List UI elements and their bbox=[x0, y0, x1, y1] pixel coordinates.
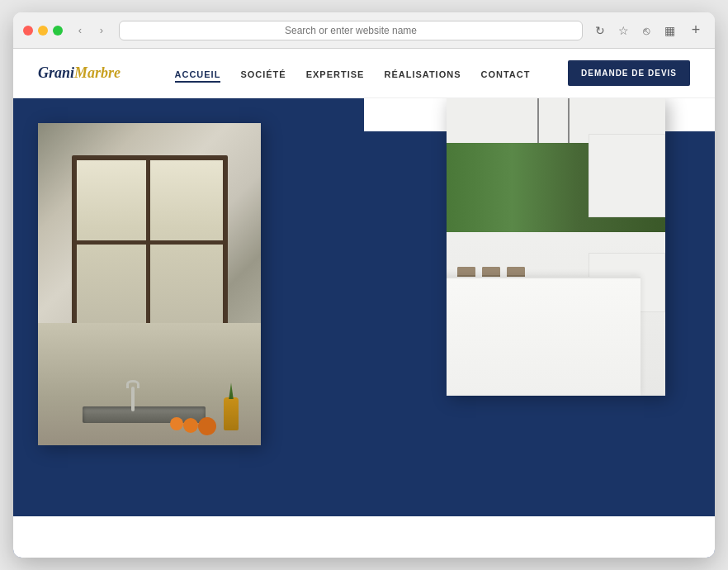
hero-image-left bbox=[38, 123, 261, 445]
navbar: GraniMarbre ACCUEIL SOCIÉTÉ EXPERTISE RÉ… bbox=[13, 49, 715, 98]
browser-actions: ↻ ☆ ⎋ ▦ bbox=[591, 21, 678, 40]
back-button[interactable]: ‹ bbox=[71, 21, 89, 40]
hero-images-container bbox=[13, 98, 715, 558]
fruit-orange-2 bbox=[198, 417, 216, 435]
fruit-pineapple bbox=[224, 397, 239, 430]
nav-item-expertise[interactable]: EXPERTISE bbox=[306, 66, 365, 81]
browser-chrome: ‹ › ↻ ☆ ⎋ ▦ + bbox=[13, 12, 715, 49]
hero-image-right bbox=[447, 98, 665, 396]
nav-item-realisations[interactable]: RÉALISATIONS bbox=[384, 66, 461, 81]
nav-item-accueil[interactable]: ACCUEIL bbox=[175, 66, 221, 81]
nav-item-societe[interactable]: SOCIÉTÉ bbox=[240, 66, 286, 81]
bookmark-button[interactable]: ☆ bbox=[614, 21, 632, 40]
kitchen-window bbox=[72, 155, 228, 333]
forward-button[interactable]: › bbox=[92, 21, 111, 40]
traffic-lights bbox=[23, 26, 63, 36]
nav-links: ACCUEIL SOCIÉTÉ EXPERTISE RÉALISATIONS C… bbox=[175, 66, 531, 81]
hero-section bbox=[13, 98, 715, 558]
fruit-orange-3 bbox=[170, 417, 183, 430]
devis-button[interactable]: DEMANDE DE DEVIS bbox=[568, 60, 690, 86]
kitchen-faucet bbox=[131, 387, 135, 411]
refresh-button[interactable]: ↻ bbox=[591, 21, 609, 40]
address-bar[interactable] bbox=[119, 21, 583, 40]
website-content: GraniMarbre ACCUEIL SOCIÉTÉ EXPERTISE RÉ… bbox=[13, 49, 715, 558]
fruit-orange-1 bbox=[183, 418, 198, 433]
browser-nav-buttons: ‹ › bbox=[71, 21, 111, 40]
share-button[interactable]: ⎋ bbox=[637, 21, 655, 40]
site-logo[interactable]: GraniMarbre bbox=[38, 64, 137, 82]
kitchen-counter bbox=[38, 323, 261, 445]
close-button[interactable] bbox=[23, 26, 33, 36]
browser-window: ‹ › ↻ ☆ ⎋ ▦ + GraniMarbre ACCUEIL SOCIÉT… bbox=[13, 12, 715, 558]
right-kitchen-scene bbox=[447, 98, 665, 396]
maximize-button[interactable] bbox=[53, 26, 63, 36]
new-tab-button[interactable]: + bbox=[687, 21, 705, 40]
minimize-button[interactable] bbox=[38, 26, 48, 36]
nav-item-contact[interactable]: CONTACT bbox=[481, 66, 531, 81]
kitchen-island bbox=[447, 277, 641, 396]
kitchen-cabinets-top bbox=[589, 134, 665, 217]
tabs-button[interactable]: ▦ bbox=[660, 21, 678, 40]
